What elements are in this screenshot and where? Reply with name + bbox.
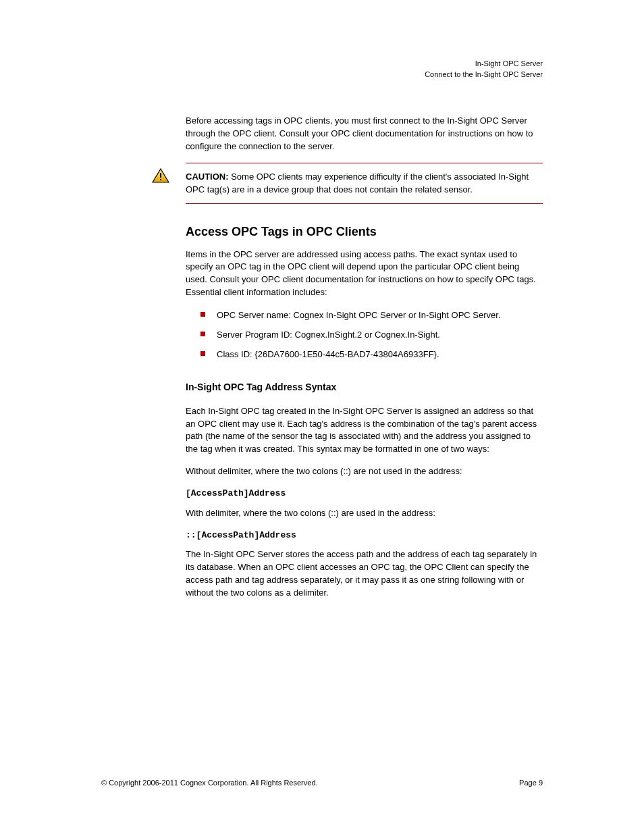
caution-rule-bottom [186, 203, 543, 204]
with-delimiter-label: With delimiter, where the two colons (::… [186, 507, 543, 520]
caution-text: Some OPC clients may experience difficul… [186, 172, 529, 195]
svg-rect-2 [160, 179, 161, 180]
list-item-text: OPC Server name: Cognex In-Sight OPC Ser… [217, 310, 501, 320]
list-item-text: Class ID: {26DA7600-1E50-44c5-BAD7-43804… [217, 349, 439, 359]
subsection-body-1: Each In-Sight OPC tag created in the In-… [186, 405, 543, 456]
subsection-body-2: The In-Sight OPC Server stores the acces… [186, 548, 543, 599]
footer-page-label: Page [519, 779, 537, 787]
running-header: In-Sight OPC Server Connect to the In-Si… [101, 59, 543, 78]
with-delimiter-code: ::[AccessPath]Address [186, 529, 543, 542]
footer-copyright: © Copyright 2006-2011 Cognex Corporation… [101, 779, 318, 787]
header-product: In-Sight OPC Server [475, 59, 543, 68]
bullet-icon [200, 332, 205, 336]
footer-page: Page 9 [519, 779, 543, 787]
svg-rect-1 [160, 173, 161, 178]
list-item-text: Server Program ID: Cognex.InSight.2 or C… [217, 330, 440, 340]
bullet-icon [200, 312, 205, 317]
section-body: Items in the OPC server are addressed us… [186, 249, 543, 299]
page-footer: © Copyright 2006-2011 Cognex Corporation… [101, 779, 543, 787]
without-delimiter-label: Without delimiter, where the two colons … [186, 465, 543, 478]
caution-icon [152, 168, 169, 183]
caution-block: CAUTION: Some OPC clients may experience… [186, 163, 543, 204]
footer-page-number: 9 [539, 779, 543, 787]
caution-body: CAUTION: Some OPC clients may experience… [186, 163, 543, 203]
list-item: Class ID: {26DA7600-1E50-44c5-BAD7-43804… [200, 348, 543, 362]
caution-label: CAUTION: [186, 172, 229, 182]
header-section-title: Connect to the In-Sight OPC Server [425, 70, 543, 78]
main-content: Before accessing tags in OPC clients, yo… [186, 115, 543, 600]
without-delimiter-code: [AccessPath]Address [186, 488, 543, 500]
subsection-heading: In-Sight OPC Tag Address Syntax [186, 380, 543, 394]
page-container: In-Sight OPC Server Connect to the In-Si… [0, 0, 644, 834]
list-item: Server Program ID: Cognex.InSight.2 or C… [200, 328, 543, 342]
intro-paragraph: Before accessing tags in OPC clients, yo… [186, 115, 543, 153]
list-item: OPC Server name: Cognex In-Sight OPC Ser… [200, 309, 543, 323]
section-heading: Access OPC Tags in OPC Clients [186, 223, 543, 240]
bullet-list: OPC Server name: Cognex In-Sight OPC Ser… [200, 309, 543, 361]
bullet-icon [200, 351, 205, 356]
